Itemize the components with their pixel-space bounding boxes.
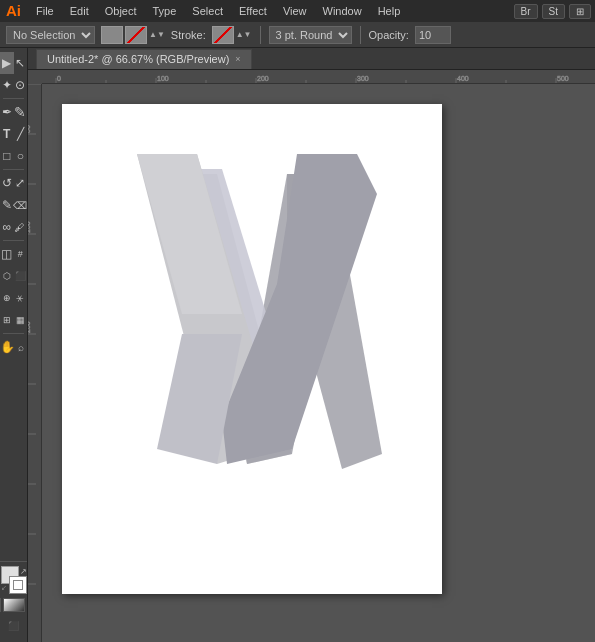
- screen-modes: ⬛: [0, 618, 28, 634]
- menu-effect[interactable]: Effect: [232, 0, 274, 22]
- tool-row-selection: ▶ ↖: [0, 52, 27, 74]
- hand-tool[interactable]: ✋: [0, 336, 15, 358]
- lasso-tool[interactable]: ⊙: [14, 74, 28, 96]
- content-row: 50 150 250: [28, 84, 595, 642]
- opacity-input[interactable]: [415, 26, 451, 44]
- mesh-tool[interactable]: #: [14, 243, 28, 265]
- menu-view[interactable]: View: [276, 0, 314, 22]
- tool-row-shapes: □ ○: [0, 145, 27, 167]
- magic-wand-tool[interactable]: ✦: [0, 74, 14, 96]
- stroke-color-swatch[interactable]: [9, 576, 27, 594]
- options-bar: No Selection ▲▼ Stroke: ▲▼ 3 pt. Round O…: [0, 22, 595, 48]
- tool-row-livepaint: ⬡ ⬛: [0, 265, 27, 287]
- svg-text:250: 250: [28, 321, 31, 333]
- tab-close-button[interactable]: ×: [235, 54, 240, 64]
- menu-help[interactable]: Help: [371, 0, 408, 22]
- tool-row-shape-builder: ⊕ ⚹: [0, 287, 27, 309]
- fill-swatch-container: ▲▼: [101, 26, 165, 44]
- stock-button[interactable]: St: [542, 4, 565, 19]
- tab-bar: Untitled-2* @ 66.67% (RGB/Preview) ×: [28, 48, 595, 70]
- tool-separator-2: [3, 169, 25, 170]
- tool-row-pen: ✒ ✎: [0, 101, 27, 123]
- add-anchor-tool[interactable]: ✎: [14, 101, 28, 123]
- line-tool[interactable]: ╱: [14, 123, 28, 145]
- canvas-with-ruler: 0 100 200 300 400 500: [28, 70, 595, 642]
- blend-tool[interactable]: ∞: [0, 216, 14, 238]
- ruler-h-svg: 0 100 200 300 400 500: [42, 70, 595, 84]
- horizontal-ruler: 0 100 200 300 400 500: [28, 70, 595, 84]
- screen-mode-button[interactable]: ⬛: [0, 618, 28, 634]
- selection-tool[interactable]: ▶: [0, 52, 14, 74]
- toolbar: ▶ ↖ ✦ ⊙ ✒ ✎ T ╱ □ ○ ↺ ⤢ ✎ ⌫ ∞: [0, 48, 28, 642]
- live-paint-tool[interactable]: ⬡: [0, 265, 14, 287]
- svg-text:0: 0: [57, 75, 61, 82]
- perspective-tool[interactable]: ⬛: [14, 265, 28, 287]
- menu-bar: Ai File Edit Object Type Select Effect V…: [0, 0, 595, 22]
- direct-selection-tool[interactable]: ↖: [14, 52, 28, 74]
- svg-text:150: 150: [28, 221, 31, 233]
- vertical-ruler: 50 150 250: [28, 84, 42, 642]
- workspace-button[interactable]: ⊞: [569, 4, 591, 19]
- tool-row-nav: ✋ ⌕: [0, 336, 27, 358]
- artboard: [62, 104, 442, 594]
- gradient-mode-button[interactable]: [3, 598, 25, 612]
- slice-tool[interactable]: ⚹: [14, 287, 28, 309]
- gradient-tool[interactable]: ◫: [0, 243, 14, 265]
- color-separator: [0, 561, 28, 562]
- fill-arrows[interactable]: ▲▼: [149, 31, 165, 39]
- top-right-icons: Br St ⊞: [514, 4, 591, 19]
- tool-row-text: T ╱: [0, 123, 27, 145]
- default-colors-icon[interactable]: ↙: [1, 584, 7, 592]
- stroke-arrows[interactable]: ▲▼: [236, 31, 252, 39]
- stroke-label: Stroke:: [171, 29, 206, 41]
- main-layout: ▶ ↖ ✦ ⊙ ✒ ✎ T ╱ □ ○ ↺ ⤢ ✎ ⌫ ∞: [0, 48, 595, 642]
- menu-object[interactable]: Object: [98, 0, 144, 22]
- menu-edit[interactable]: Edit: [63, 0, 96, 22]
- eraser-tool[interactable]: ⌫: [13, 194, 27, 216]
- svg-text:100: 100: [157, 75, 169, 82]
- svg-text:500: 500: [557, 75, 569, 82]
- canvas-container[interactable]: [42, 84, 595, 642]
- app-logo: Ai: [4, 0, 27, 22]
- svg-text:300: 300: [357, 75, 369, 82]
- eyedropper-tool[interactable]: 🖋: [14, 216, 28, 238]
- fill-swatch[interactable]: [101, 26, 123, 44]
- tool-row-blend: ∞ 🖋: [0, 216, 27, 238]
- document-tab[interactable]: Untitled-2* @ 66.67% (RGB/Preview) ×: [36, 49, 252, 69]
- bridge-button[interactable]: Br: [514, 4, 538, 19]
- color-mode-button[interactable]: [0, 598, 1, 612]
- pen-tool[interactable]: ✒: [0, 101, 14, 123]
- tool-row-transform: ↺ ⤢: [0, 172, 27, 194]
- tool-row-gradient: ◫ #: [0, 243, 27, 265]
- opacity-label: Opacity:: [369, 29, 409, 41]
- pencil-tool[interactable]: ✎: [0, 194, 13, 216]
- shape-builder-tool[interactable]: ⊕: [0, 287, 14, 309]
- ruler-corner: [28, 70, 42, 84]
- selection-dropdown[interactable]: No Selection: [6, 26, 95, 44]
- main-graphic-svg: [107, 154, 397, 474]
- tool-separator-4: [3, 333, 25, 334]
- rect-tool[interactable]: □: [0, 145, 14, 167]
- svg-text:50: 50: [28, 125, 31, 133]
- ellipse-tool[interactable]: ○: [14, 145, 28, 167]
- tool-row-artboard: ⊞ ▦: [0, 309, 27, 331]
- stroke-weight-select[interactable]: 3 pt. Round: [269, 26, 352, 44]
- tool-row-wand: ✦ ⊙: [0, 74, 27, 96]
- rotate-tool[interactable]: ↺: [0, 172, 14, 194]
- artboard-tool[interactable]: ⊞: [0, 309, 14, 331]
- swap-colors-icon[interactable]: ↗: [20, 567, 27, 576]
- graph-tool[interactable]: ▦: [14, 309, 28, 331]
- menu-window[interactable]: Window: [316, 0, 369, 22]
- menu-type[interactable]: Type: [146, 0, 184, 22]
- scale-tool[interactable]: ⤢: [14, 172, 28, 194]
- tool-separator-3: [3, 240, 25, 241]
- stroke-swatch-container: ▲▼: [212, 26, 252, 44]
- menu-select[interactable]: Select: [185, 0, 230, 22]
- fill-none-indicator: [125, 26, 147, 44]
- text-tool[interactable]: T: [0, 123, 14, 145]
- separator-1: [260, 26, 261, 44]
- stroke-swatch[interactable]: [212, 26, 234, 44]
- svg-text:200: 200: [257, 75, 269, 82]
- menu-file[interactable]: File: [29, 0, 61, 22]
- zoom-tool[interactable]: ⌕: [15, 336, 27, 358]
